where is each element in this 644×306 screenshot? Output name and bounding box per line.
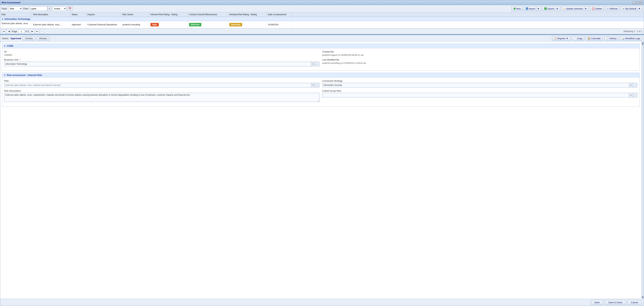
page-input[interactable] xyxy=(18,29,24,33)
cell-description: External cyber attacks, virus, ... xyxy=(32,21,70,28)
business-unit-input-wrap: ✕ … xyxy=(4,62,319,66)
group-header-it[interactable]: ▼ Information Technology xyxy=(0,17,644,21)
review-tab[interactable]: Review xyxy=(37,36,50,40)
scrollbar-thumb[interactable] xyxy=(642,45,644,45)
linked-group-risk-more-button[interactable]: … xyxy=(633,93,637,97)
col-header-controls[interactable]: Controls Overall Effectiveness xyxy=(188,12,228,17)
business-unit-group: Business Unit: * ✕ … xyxy=(4,58,319,66)
delete-button[interactable]: 🚫 Delete xyxy=(590,6,604,11)
restore-button[interactable]: □ xyxy=(636,1,639,4)
import-button[interactable]: ↓ Import ▼ xyxy=(524,6,542,11)
col-header-residual[interactable]: Residual Risk Rating - Rating xyxy=(228,12,266,17)
status-label: Status: xyxy=(2,37,9,40)
risk-clear-button[interactable]: ✕ xyxy=(311,83,315,87)
cell-controls: Effective xyxy=(188,21,228,28)
save-button[interactable]: Save xyxy=(591,300,603,305)
risk-more-button[interactable]: … xyxy=(315,83,319,87)
risk-description-textarea[interactable]: External cyber attacks, virus, cryptoloc… xyxy=(4,93,319,102)
inherent-risk-section-header[interactable]: ▼ Risk Assessment - Inherent Risk xyxy=(2,73,640,77)
reports-button[interactable]: 📋 Reports ▼ xyxy=(552,36,570,41)
copy-label: Copy xyxy=(577,37,582,40)
copy-button[interactable]: 📄 Copy xyxy=(572,36,584,41)
field-select[interactable]: Risk xyxy=(8,6,22,11)
business-unit-input[interactable] xyxy=(4,62,311,66)
core-section-header[interactable]: ▼ CORE xyxy=(2,44,640,48)
toolbar: Field: Risk Filter: ✕ Active 📅 New ↓ xyxy=(0,5,644,12)
my-default-icon: ★ xyxy=(623,7,625,10)
connected-strategy-label: Connected Strategy: xyxy=(322,80,637,82)
risk-input-wrap: ✕ … xyxy=(4,83,319,87)
history-button[interactable]: 🕐 History xyxy=(604,36,618,41)
connected-strategy-clear-button[interactable]: ✕ xyxy=(629,83,633,87)
table-row[interactable]: External cyber attacks, virus, ... Exter… xyxy=(0,21,644,28)
business-unit-more-button[interactable]: … xyxy=(315,62,319,66)
calculate-button[interactable]: 🧮 Calculate xyxy=(586,36,602,41)
calendar-button[interactable]: 📅 xyxy=(68,6,72,11)
col-header-impacts[interactable]: Impacts xyxy=(86,12,121,17)
new-label: New xyxy=(516,7,521,10)
workflow-logs-button[interactable]: 📊 Workflow Logs xyxy=(620,36,642,41)
delete-icon: 🚫 xyxy=(592,7,595,10)
refresh-button[interactable]: ↻ Refresh xyxy=(605,6,620,11)
filter-label: Filter: xyxy=(23,7,29,10)
new-button[interactable]: New xyxy=(512,6,523,11)
page-refresh-button[interactable]: ↻ xyxy=(40,29,44,33)
col-header-description[interactable]: Risk Description xyxy=(32,12,70,17)
linked-group-risk-input[interactable] xyxy=(322,93,629,97)
workflow-logs-icon: 📊 xyxy=(622,37,624,40)
col-header-inherent[interactable]: Inherent Risk Rating - Rating xyxy=(149,12,188,17)
core-section-title: CORE xyxy=(7,45,14,47)
risk-group: Risk: ✕ … xyxy=(4,80,319,87)
scrollbar-up-button[interactable]: ▲ xyxy=(642,42,644,44)
business-unit-clear-button[interactable]: ✕ xyxy=(311,62,315,66)
copy-icon: 📄 xyxy=(574,37,576,40)
history-label: History xyxy=(610,37,616,40)
scrollbar-down-button[interactable]: ▼ xyxy=(642,296,644,298)
title-bar: Risk Assessment _ □ ✕ xyxy=(0,0,644,5)
created-by-label: Created By: xyxy=(322,50,637,53)
id-label: ID: xyxy=(4,50,319,53)
linked-group-risk-label: Linked Group Risk: xyxy=(322,90,637,92)
status-select[interactable]: Active xyxy=(52,6,66,11)
next-page-button[interactable]: ▶ xyxy=(30,29,34,33)
last-page-button[interactable]: ⏭ xyxy=(35,29,39,33)
col-header-status[interactable]: Status xyxy=(70,12,86,17)
core-right: Created By: protecht.support on 25/09/20… xyxy=(322,50,637,68)
inherent-rating-badge: High xyxy=(150,23,159,26)
first-page-button[interactable]: ⏮ xyxy=(2,29,6,33)
cancel-button[interactable]: Cancel xyxy=(627,300,642,305)
last-modified-label: Last Modified By: xyxy=(322,58,637,61)
filter-clear-button[interactable]: ✕ xyxy=(48,6,51,11)
export-dropdown-arrow[interactable]: ▼ xyxy=(555,7,558,10)
col-header-owner[interactable]: Risk Owner xyxy=(121,12,149,17)
reports-icon: 📋 xyxy=(554,37,557,40)
prev-page-button[interactable]: ◀ xyxy=(7,29,11,33)
filter-input[interactable] xyxy=(30,6,48,11)
archive-tab[interactable]: Archive xyxy=(22,36,35,40)
reports-dropdown-arrow[interactable]: ▼ xyxy=(566,37,568,40)
update-selected-icon: ✏ xyxy=(563,7,565,10)
risk-input[interactable] xyxy=(4,83,311,87)
core-section-body: ID: 1000051 Business Unit: * ✕ … xyxy=(2,48,640,70)
update-selected-label: Update Selected xyxy=(566,7,583,10)
last-modified-value: protecht.consulting on 07/03/2019 11:59:… xyxy=(322,62,366,64)
risk-description-label: Risk Description: xyxy=(4,90,319,92)
connected-strategy-more-button[interactable]: … xyxy=(633,83,637,87)
import-dropdown-arrow[interactable]: ▼ xyxy=(536,7,540,10)
grid-header: Risk Risk Description Status Impacts Ris… xyxy=(0,12,644,17)
save-close-button[interactable]: Save & Close xyxy=(605,300,626,305)
col-header-risk[interactable]: Risk xyxy=(0,12,32,17)
col-header-date[interactable]: Date of assessment xyxy=(266,12,293,17)
residual-rating-badge: Moderate xyxy=(229,23,242,26)
close-button[interactable]: ✕ xyxy=(640,1,642,4)
update-selected-button[interactable]: ✏ Update Selected ▼ xyxy=(561,6,589,11)
minimize-button[interactable]: _ xyxy=(632,1,636,4)
my-default-dropdown-arrow[interactable]: ▼ xyxy=(637,7,640,10)
top-section: Field: Risk Filter: ✕ Active 📅 New ↓ xyxy=(0,5,644,34)
update-selected-dropdown-arrow[interactable]: ▼ xyxy=(584,7,587,10)
field-label: Field: xyxy=(2,7,7,10)
linked-group-risk-clear-button[interactable]: ✕ xyxy=(629,93,633,97)
my-default-button[interactable]: ★ My Default ▼ xyxy=(621,6,642,11)
connected-strategy-input[interactable] xyxy=(322,83,629,87)
export-button[interactable]: ↑ Export ▼ xyxy=(542,6,560,11)
